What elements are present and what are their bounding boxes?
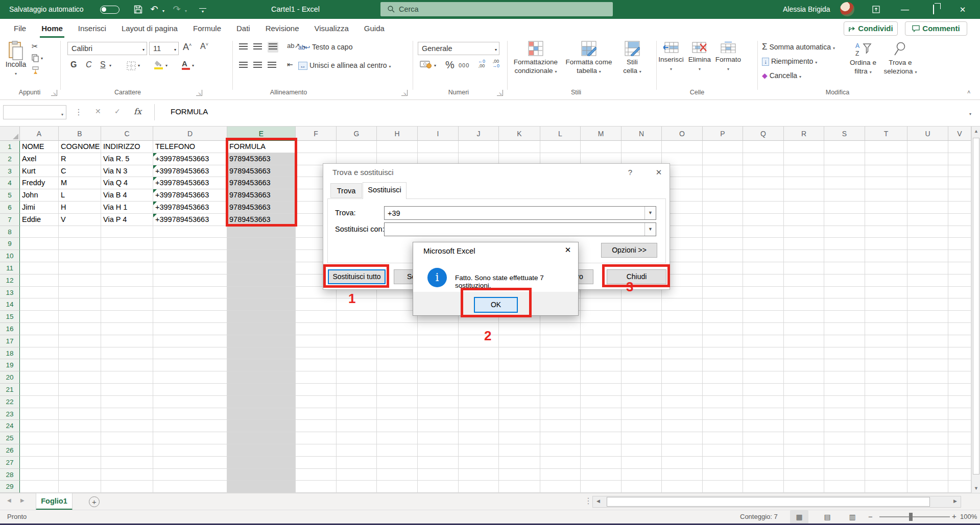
cell-D10[interactable] — [153, 250, 227, 262]
cell-D1[interactable]: TELEFONO — [153, 141, 227, 153]
cell-S24[interactable] — [824, 420, 865, 432]
column-header-B[interactable]: B — [59, 127, 101, 141]
cell-L21[interactable] — [540, 384, 581, 396]
cell-F21[interactable] — [296, 384, 337, 396]
cell-P25[interactable] — [703, 432, 743, 444]
cell-Q26[interactable] — [743, 444, 784, 457]
tab-sostituisci[interactable]: Sostituisci — [363, 182, 407, 199]
cell-Q25[interactable] — [743, 432, 784, 444]
cell-V4[interactable] — [948, 177, 971, 189]
cell-A24[interactable] — [20, 420, 59, 432]
autosave-toggle[interactable] — [100, 6, 119, 14]
cell-U18[interactable] — [907, 347, 948, 360]
cell-S7[interactable] — [824, 214, 865, 226]
cell-D4[interactable]: +399789453663 — [153, 177, 227, 189]
cell-D5[interactable]: +399789453663 — [153, 189, 227, 202]
scroll-down-icon[interactable]: ▼ — [972, 486, 980, 491]
cell-K29[interactable] — [499, 481, 540, 493]
cell-A27[interactable] — [20, 457, 59, 469]
cell-C8[interactable] — [101, 226, 153, 238]
cell-U22[interactable] — [907, 396, 948, 408]
page-break-icon[interactable]: ▥ — [843, 510, 862, 524]
add-sheet-icon[interactable]: + — [89, 496, 100, 507]
cell-K21[interactable] — [499, 384, 540, 396]
cell-C27[interactable] — [101, 457, 153, 469]
cell-V17[interactable] — [948, 335, 971, 347]
cell-K23[interactable] — [499, 408, 540, 420]
cell-O19[interactable] — [662, 359, 703, 371]
cell-S9[interactable] — [824, 238, 865, 250]
formula-bar-expand-icon[interactable] — [969, 108, 971, 117]
cell-Q5[interactable] — [743, 189, 784, 202]
cell-I24[interactable] — [418, 420, 459, 432]
row-header-17[interactable]: 17 — [0, 335, 20, 347]
cell-R24[interactable] — [784, 420, 824, 432]
cell-C15[interactable] — [101, 311, 153, 323]
cell-A18[interactable] — [20, 347, 59, 360]
cell-O22[interactable] — [662, 396, 703, 408]
cell-R11[interactable] — [784, 262, 824, 274]
cell-K28[interactable] — [499, 469, 540, 481]
cancel-entry-icon[interactable]: ✕ — [95, 107, 101, 115]
cell-D29[interactable] — [153, 481, 227, 493]
cell-B3[interactable]: C — [59, 165, 101, 178]
cell-H18[interactable] — [377, 347, 418, 360]
cell-B17[interactable] — [59, 335, 101, 347]
cell-S21[interactable] — [824, 384, 865, 396]
column-header-R[interactable]: R — [784, 127, 824, 141]
cell-Q11[interactable] — [743, 262, 784, 274]
cell-C3[interactable]: Via N 3 — [101, 165, 153, 178]
cell-B15[interactable] — [59, 311, 101, 323]
cell-H22[interactable] — [377, 396, 418, 408]
cell-I19[interactable] — [418, 359, 459, 371]
column-header-H[interactable]: H — [377, 127, 418, 141]
cell-J28[interactable] — [459, 469, 499, 481]
cell-Q28[interactable] — [743, 469, 784, 481]
decrease-indent-icon[interactable]: ⇤ — [287, 60, 293, 68]
row-header-23[interactable]: 23 — [0, 408, 20, 420]
cell-D14[interactable] — [153, 298, 227, 311]
cell-C22[interactable] — [101, 396, 153, 408]
cell-D2[interactable]: +399789453663 — [153, 153, 227, 165]
cell-V25[interactable] — [948, 432, 971, 444]
cell-E18[interactable] — [227, 347, 296, 360]
cell-A17[interactable] — [20, 335, 59, 347]
cell-R14[interactable] — [784, 298, 824, 311]
cell-P22[interactable] — [703, 396, 743, 408]
cell-F18[interactable] — [296, 347, 337, 360]
shrink-font-button[interactable]: A˅ — [200, 42, 208, 51]
align-middle-icon[interactable] — [253, 43, 262, 52]
cell-Q24[interactable] — [743, 420, 784, 432]
cell-U10[interactable] — [907, 250, 948, 262]
merge-center-button[interactable]: ↔ Unisci e allinea al centro — [298, 61, 391, 69]
cell-T26[interactable] — [865, 444, 907, 457]
cell-A5[interactable]: John — [20, 189, 59, 202]
msgbox-close-icon[interactable]: ✕ — [560, 245, 576, 255]
cell-N22[interactable] — [622, 396, 662, 408]
column-header-J[interactable]: J — [459, 127, 499, 141]
cell-F27[interactable] — [296, 457, 337, 469]
cell-O14[interactable] — [662, 298, 703, 311]
column-header-F[interactable]: F — [296, 127, 337, 141]
cell-C9[interactable] — [101, 238, 153, 250]
cell-M16[interactable] — [581, 323, 622, 335]
cell-U5[interactable] — [907, 189, 948, 202]
cell-I18[interactable] — [418, 347, 459, 360]
cell-N14[interactable] — [622, 298, 662, 311]
cell-L20[interactable] — [540, 371, 581, 384]
cell-T8[interactable] — [865, 226, 907, 238]
cell-S2[interactable] — [824, 153, 865, 165]
cell-G14[interactable] — [337, 298, 377, 311]
cell-C2[interactable]: Via R. 5 — [101, 153, 153, 165]
cell-K16[interactable] — [499, 323, 540, 335]
cell-G17[interactable] — [337, 335, 377, 347]
avatar[interactable] — [840, 2, 854, 16]
cell-G26[interactable] — [337, 444, 377, 457]
cell-R9[interactable] — [784, 238, 824, 250]
column-header-K[interactable]: K — [499, 127, 540, 141]
column-header-M[interactable]: M — [581, 127, 622, 141]
cell-Q17[interactable] — [743, 335, 784, 347]
select-all-corner[interactable] — [0, 127, 20, 141]
cell-I29[interactable] — [418, 481, 459, 493]
cell-M19[interactable] — [581, 359, 622, 371]
